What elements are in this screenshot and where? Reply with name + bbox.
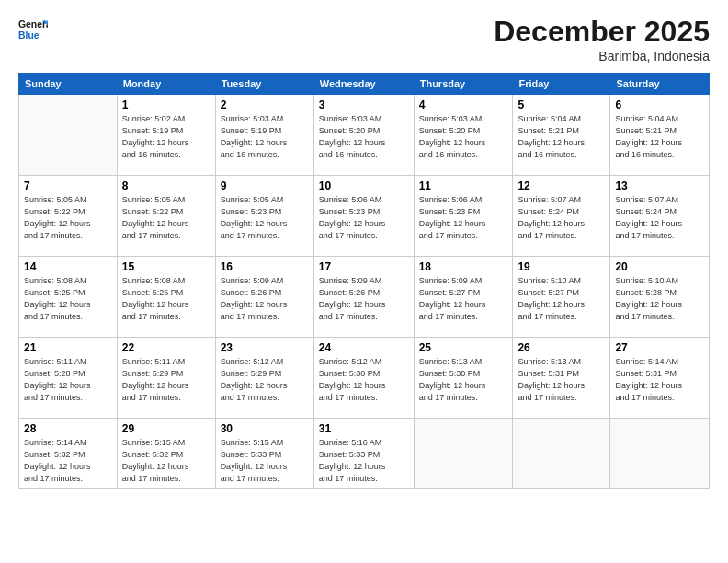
calendar-cell: 28Sunrise: 5:14 AMSunset: 5:32 PMDayligh… (19, 419, 118, 489)
day-info: Sunrise: 5:14 AMSunset: 5:32 PMDaylight:… (24, 437, 112, 485)
day-info: Sunrise: 5:12 AMSunset: 5:29 PMDaylight:… (221, 356, 309, 404)
day-info: Sunrise: 5:10 AMSunset: 5:27 PMDaylight:… (518, 275, 605, 323)
day-info: Sunrise: 5:08 AMSunset: 5:25 PMDaylight:… (24, 275, 112, 323)
calendar-cell: 21Sunrise: 5:11 AMSunset: 5:28 PMDayligh… (19, 338, 118, 419)
day-info: Sunrise: 5:05 AMSunset: 5:22 PMDaylight:… (122, 194, 210, 242)
calendar-cell: 10Sunrise: 5:06 AMSunset: 5:23 PMDayligh… (313, 176, 414, 257)
day-number: 20 (615, 260, 704, 273)
day-number: 19 (518, 260, 605, 273)
calendar-cell: 4Sunrise: 5:03 AMSunset: 5:20 PMDaylight… (414, 95, 513, 176)
calendar-cell: 7Sunrise: 5:05 AMSunset: 5:22 PMDaylight… (19, 176, 118, 257)
day-info: Sunrise: 5:07 AMSunset: 5:24 PMDaylight:… (518, 194, 605, 242)
page: General Blue December 2025 Barimba, Indo… (0, 0, 728, 563)
day-info: Sunrise: 5:09 AMSunset: 5:27 PMDaylight:… (419, 275, 508, 323)
col-friday: Friday (513, 74, 610, 95)
header: General Blue December 2025 Barimba, Indo… (18, 15, 710, 63)
calendar-cell: 17Sunrise: 5:09 AMSunset: 5:26 PMDayligh… (313, 257, 414, 338)
calendar-cell: 6Sunrise: 5:04 AMSunset: 5:21 PMDaylight… (610, 95, 710, 176)
day-info: Sunrise: 5:08 AMSunset: 5:25 PMDaylight:… (122, 275, 210, 323)
col-saturday: Saturday (610, 74, 710, 95)
svg-text:Blue: Blue (18, 30, 40, 40)
day-info: Sunrise: 5:03 AMSunset: 5:20 PMDaylight:… (419, 113, 508, 161)
day-info: Sunrise: 5:13 AMSunset: 5:30 PMDaylight:… (419, 356, 508, 404)
calendar-cell: 13Sunrise: 5:07 AMSunset: 5:24 PMDayligh… (610, 176, 710, 257)
calendar-cell: 31Sunrise: 5:16 AMSunset: 5:33 PMDayligh… (313, 419, 414, 489)
location-subtitle: Barimba, Indonesia (494, 49, 710, 63)
day-info: Sunrise: 5:07 AMSunset: 5:24 PMDaylight:… (615, 194, 704, 242)
day-info: Sunrise: 5:05 AMSunset: 5:23 PMDaylight:… (221, 194, 309, 242)
calendar-cell: 12Sunrise: 5:07 AMSunset: 5:24 PMDayligh… (513, 176, 610, 257)
day-info: Sunrise: 5:03 AMSunset: 5:20 PMDaylight:… (319, 113, 409, 161)
day-info: Sunrise: 5:16 AMSunset: 5:33 PMDaylight:… (319, 437, 409, 485)
day-number: 31 (319, 422, 409, 435)
day-number: 16 (221, 260, 309, 273)
col-wednesday: Wednesday (313, 74, 414, 95)
calendar-cell: 23Sunrise: 5:12 AMSunset: 5:29 PMDayligh… (215, 338, 313, 419)
calendar-cell: 11Sunrise: 5:06 AMSunset: 5:23 PMDayligh… (414, 176, 513, 257)
calendar-cell: 8Sunrise: 5:05 AMSunset: 5:22 PMDaylight… (117, 176, 215, 257)
day-number: 9 (221, 179, 309, 192)
calendar-cell: 5Sunrise: 5:04 AMSunset: 5:21 PMDaylight… (513, 95, 610, 176)
calendar-cell (19, 95, 118, 176)
day-number: 26 (518, 341, 605, 354)
day-info: Sunrise: 5:11 AMSunset: 5:28 PMDaylight:… (24, 356, 112, 404)
calendar-cell: 18Sunrise: 5:09 AMSunset: 5:27 PMDayligh… (414, 257, 513, 338)
day-number: 13 (615, 179, 704, 192)
day-number: 28 (24, 422, 112, 435)
day-number: 25 (419, 341, 508, 354)
day-info: Sunrise: 5:13 AMSunset: 5:31 PMDaylight:… (518, 356, 605, 404)
day-number: 6 (615, 98, 704, 111)
calendar-cell: 16Sunrise: 5:09 AMSunset: 5:26 PMDayligh… (215, 257, 313, 338)
day-number: 27 (615, 341, 704, 354)
logo-icon: General Blue (18, 15, 48, 44)
calendar-cell: 9Sunrise: 5:05 AMSunset: 5:23 PMDaylight… (215, 176, 313, 257)
day-number: 5 (518, 98, 605, 111)
calendar-row: 21Sunrise: 5:11 AMSunset: 5:28 PMDayligh… (19, 338, 710, 419)
day-info: Sunrise: 5:14 AMSunset: 5:31 PMDaylight:… (615, 356, 704, 404)
calendar-cell: 2Sunrise: 5:03 AMSunset: 5:19 PMDaylight… (215, 95, 313, 176)
day-number: 1 (122, 98, 210, 111)
day-info: Sunrise: 5:05 AMSunset: 5:22 PMDaylight:… (24, 194, 112, 242)
day-number: 17 (319, 260, 409, 273)
day-number: 12 (518, 179, 605, 192)
day-info: Sunrise: 5:15 AMSunset: 5:32 PMDaylight:… (122, 437, 210, 485)
calendar-cell: 19Sunrise: 5:10 AMSunset: 5:27 PMDayligh… (513, 257, 610, 338)
day-number: 10 (319, 179, 409, 192)
day-number: 14 (24, 260, 112, 273)
calendar-cell: 30Sunrise: 5:15 AMSunset: 5:33 PMDayligh… (215, 419, 313, 489)
day-info: Sunrise: 5:15 AMSunset: 5:33 PMDaylight:… (221, 437, 309, 485)
logo: General Blue (18, 15, 48, 44)
calendar-cell: 26Sunrise: 5:13 AMSunset: 5:31 PMDayligh… (513, 338, 610, 419)
day-number: 2 (221, 98, 309, 111)
calendar-row: 28Sunrise: 5:14 AMSunset: 5:32 PMDayligh… (19, 419, 710, 489)
day-info: Sunrise: 5:03 AMSunset: 5:19 PMDaylight:… (221, 113, 309, 161)
day-number: 23 (221, 341, 309, 354)
day-info: Sunrise: 5:09 AMSunset: 5:26 PMDaylight:… (221, 275, 309, 323)
col-tuesday: Tuesday (215, 74, 313, 95)
calendar-cell: 29Sunrise: 5:15 AMSunset: 5:32 PMDayligh… (117, 419, 215, 489)
day-number: 24 (319, 341, 409, 354)
day-number: 18 (419, 260, 508, 273)
calendar-cell (513, 419, 610, 489)
calendar-cell (414, 419, 513, 489)
col-monday: Monday (117, 74, 215, 95)
calendar-header-row: Sunday Monday Tuesday Wednesday Thursday… (19, 74, 710, 95)
calendar-cell: 27Sunrise: 5:14 AMSunset: 5:31 PMDayligh… (610, 338, 710, 419)
title-block: December 2025 Barimba, Indonesia (494, 15, 710, 63)
calendar-row: 14Sunrise: 5:08 AMSunset: 5:25 PMDayligh… (19, 257, 710, 338)
day-info: Sunrise: 5:06 AMSunset: 5:23 PMDaylight:… (419, 194, 508, 242)
calendar-cell: 1Sunrise: 5:02 AMSunset: 5:19 PMDaylight… (117, 95, 215, 176)
calendar-cell: 20Sunrise: 5:10 AMSunset: 5:28 PMDayligh… (610, 257, 710, 338)
day-number: 7 (24, 179, 112, 192)
day-info: Sunrise: 5:04 AMSunset: 5:21 PMDaylight:… (615, 113, 704, 161)
day-number: 3 (319, 98, 409, 111)
calendar-row: 1Sunrise: 5:02 AMSunset: 5:19 PMDaylight… (19, 95, 710, 176)
day-number: 8 (122, 179, 210, 192)
day-number: 21 (24, 341, 112, 354)
calendar-cell: 14Sunrise: 5:08 AMSunset: 5:25 PMDayligh… (19, 257, 118, 338)
day-info: Sunrise: 5:10 AMSunset: 5:28 PMDaylight:… (615, 275, 704, 323)
day-number: 11 (419, 179, 508, 192)
calendar-cell: 22Sunrise: 5:11 AMSunset: 5:29 PMDayligh… (117, 338, 215, 419)
day-info: Sunrise: 5:12 AMSunset: 5:30 PMDaylight:… (319, 356, 409, 404)
calendar-table: Sunday Monday Tuesday Wednesday Thursday… (18, 73, 710, 489)
